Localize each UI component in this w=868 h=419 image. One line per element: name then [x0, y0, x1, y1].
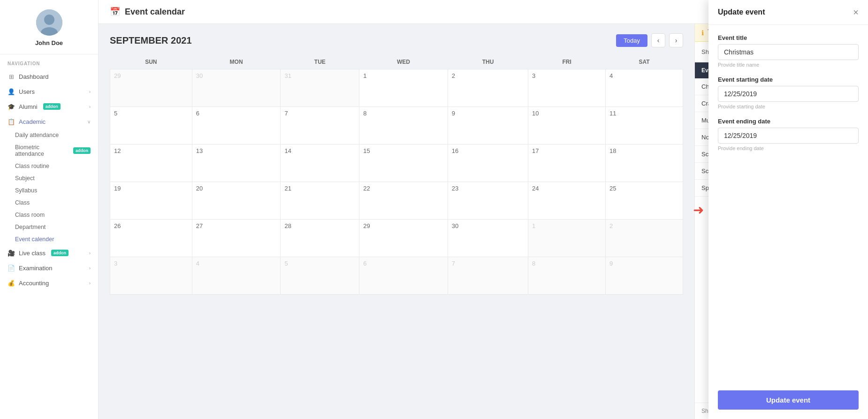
- calendar-cell[interactable]: 5: [281, 257, 359, 295]
- calendar-cell[interactable]: 16: [448, 145, 528, 182]
- starting-date-input[interactable]: [718, 86, 859, 102]
- calendar-cell[interactable]: 5: [110, 107, 192, 145]
- sidebar-item-examination[interactable]: 📄 Examination ›: [0, 260, 98, 275]
- calendar-nav: SEPTEMBER 2021 Today ‹ ›: [110, 33, 683, 47]
- book-icon: 📋: [8, 118, 15, 125]
- close-button[interactable]: ×: [853, 8, 859, 17]
- sidebar-sub-class[interactable]: Class: [0, 197, 98, 209]
- user-name: John Doe: [35, 39, 63, 46]
- today-button[interactable]: Today: [616, 34, 647, 47]
- calendar-header-icon: 📅: [110, 7, 120, 17]
- next-month-button[interactable]: ›: [669, 33, 683, 47]
- calendar-cell[interactable]: 20: [192, 182, 281, 220]
- ending-date-hint: Provide ending date: [718, 145, 859, 151]
- ending-date-label: Event ending date: [718, 118, 859, 125]
- calendar-cell[interactable]: 2: [606, 220, 683, 257]
- calendar-cell[interactable]: 14: [281, 145, 359, 182]
- calendar-cell[interactable]: 22: [359, 182, 448, 220]
- calendar-cell[interactable]: 19: [110, 182, 192, 220]
- calendar-cell[interactable]: 24: [528, 182, 606, 220]
- panel-title: Update event: [718, 8, 765, 16]
- calendar-cell[interactable]: 7: [281, 107, 359, 145]
- chevron-right-icon: ›: [89, 281, 91, 286]
- calendar-cell[interactable]: 18: [606, 145, 683, 182]
- calendar-cell[interactable]: 8: [359, 107, 448, 145]
- live-class-badge: addon: [51, 250, 69, 256]
- calendar-cell[interactable]: 12: [110, 145, 192, 182]
- calendar-cell[interactable]: 13: [192, 145, 281, 182]
- calendar-cell[interactable]: 11: [606, 107, 683, 145]
- calendar-cell[interactable]: 25: [606, 182, 683, 220]
- sidebar-sub-class-routine[interactable]: Class routine: [0, 160, 98, 172]
- calendar-cell[interactable]: 3: [110, 257, 192, 295]
- calendar-cell[interactable]: 30: [448, 220, 528, 257]
- sidebar-sub-biometric-attendance[interactable]: Biometric attendance addon: [0, 141, 98, 160]
- info-icon: ℹ: [701, 29, 704, 37]
- panel-body: Event title Provide title name Event sta…: [708, 25, 868, 390]
- calendar-cell[interactable]: 4: [192, 257, 281, 295]
- calendar-month-title: SEPTEMBER 2021: [110, 35, 616, 46]
- starting-date-label: Event starting date: [718, 76, 859, 83]
- sidebar-item-accounting[interactable]: 💰 Accounting ›: [0, 275, 98, 290]
- sidebar-sub-event-calender[interactable]: Event calender: [0, 233, 98, 245]
- chevron-down-icon: ∨: [87, 119, 91, 124]
- panel-overlay: ➜ Update event × Event title Provide tit…: [708, 0, 868, 419]
- calendar-cell[interactable]: 6: [359, 257, 448, 295]
- calendar-cell[interactable]: 1: [359, 69, 448, 107]
- prev-month-button[interactable]: ‹: [651, 33, 665, 47]
- sidebar-item-label: Dashboard: [19, 73, 49, 80]
- sidebar-item-alumni[interactable]: 🎓 Alumni addon ›: [0, 99, 98, 114]
- calendar-cell[interactable]: 30: [192, 69, 281, 107]
- ending-date-input[interactable]: [718, 128, 859, 144]
- starting-date-hint: Provide starting date: [718, 104, 859, 109]
- calendar-cell[interactable]: 9: [448, 107, 528, 145]
- sidebar-item-label: Users: [19, 88, 35, 95]
- calendar-cell[interactable]: 31: [281, 69, 359, 107]
- sidebar-item-label: Academic: [19, 118, 46, 125]
- sidebar-sub-department[interactable]: Department: [0, 221, 98, 233]
- calendar-cell[interactable]: 10: [528, 107, 606, 145]
- calendar-grid: SUNMONTUEWEDTHUFRISAT 293031123456789101…: [110, 55, 683, 295]
- sidebar-sub-syllabus[interactable]: Syllabus: [0, 184, 98, 197]
- sidebar-item-users[interactable]: 👤 Users ›: [0, 84, 98, 99]
- calendar-cell[interactable]: 21: [281, 182, 359, 220]
- sidebar-sub-subject[interactable]: Subject: [0, 172, 98, 184]
- file-icon: 📄: [8, 264, 15, 272]
- calendar-cell[interactable]: 3: [528, 69, 606, 107]
- event-title-input[interactable]: [718, 44, 859, 60]
- starting-date-group: Event starting date Provide starting dat…: [718, 76, 859, 109]
- calendar-cell[interactable]: 29: [359, 220, 448, 257]
- sidebar-item-label: Examination: [19, 265, 53, 272]
- calendar-cell[interactable]: 15: [359, 145, 448, 182]
- sidebar-item-live-class[interactable]: 🎥 Live class addon ›: [0, 245, 98, 260]
- calendar-cell[interactable]: 28: [281, 220, 359, 257]
- event-title-hint: Provide title name: [718, 62, 859, 68]
- sidebar-item-academic[interactable]: 📋 Academic ∨: [0, 114, 98, 129]
- calendar-cell[interactable]: 9: [606, 257, 683, 295]
- calendar-cell[interactable]: 27: [192, 220, 281, 257]
- calendar-cell[interactable]: 6: [192, 107, 281, 145]
- calendar-cell[interactable]: 29: [110, 69, 192, 107]
- update-event-button[interactable]: Update event: [718, 390, 859, 410]
- user-icon: 👤: [8, 88, 15, 95]
- calendar-cell[interactable]: 26: [110, 220, 192, 257]
- grid-icon: ⊞: [8, 73, 15, 80]
- sidebar-sub-classroom[interactable]: Class room: [0, 209, 98, 221]
- calendar-day-header: TUE: [281, 55, 359, 69]
- calendar-cell[interactable]: 17: [528, 145, 606, 182]
- calendar-day-header: MON: [192, 55, 281, 69]
- calendar-cell[interactable]: 4: [606, 69, 683, 107]
- calendar-cell[interactable]: 1: [528, 220, 606, 257]
- calendar-cell[interactable]: 23: [448, 182, 528, 220]
- calendar-day-header: FRI: [528, 55, 606, 69]
- sidebar-item-dashboard[interactable]: ⊞ Dashboard: [0, 69, 98, 84]
- sidebar-sub-daily-attendance[interactable]: Daily attendance: [0, 129, 98, 141]
- graduation-icon: 🎓: [8, 103, 15, 110]
- calendar-cell[interactable]: 8: [528, 257, 606, 295]
- calendar-cell[interactable]: 7: [448, 257, 528, 295]
- chevron-right-icon: ›: [89, 251, 91, 256]
- avatar: [36, 9, 62, 36]
- svg-point-1: [44, 15, 54, 25]
- calendar-day-header: WED: [359, 55, 448, 69]
- calendar-cell[interactable]: 2: [448, 69, 528, 107]
